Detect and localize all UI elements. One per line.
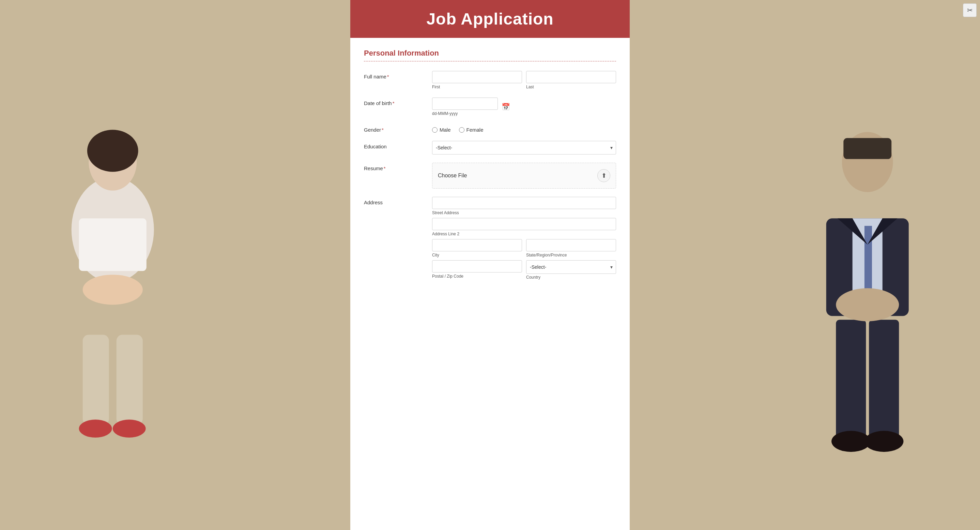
address-fields: Street Address Address Line 2 City xyxy=(432,197,616,280)
city-wrap: City xyxy=(432,239,522,257)
address-row: Address Street Address Address Line 2 xyxy=(364,197,616,280)
education-label: Education xyxy=(364,141,432,149)
last-name-wrap: Last xyxy=(526,71,616,89)
education-select[interactable]: -Select- High School Associate's Degree … xyxy=(432,141,616,155)
city-input[interactable] xyxy=(432,239,522,251)
street-address-input[interactable] xyxy=(432,197,616,209)
state-input[interactable] xyxy=(526,239,616,251)
gender-male-option[interactable]: Male xyxy=(432,127,451,132)
education-fields: -Select- High School Associate's Degree … xyxy=(432,141,616,155)
calendar-icon[interactable]: 📅 xyxy=(501,102,511,112)
postal-label: Postal / Zip Code xyxy=(432,274,522,279)
gender-row: Gender* Male Female xyxy=(364,124,616,132)
personal-info-section-title: Personal Information xyxy=(364,49,616,57)
address2-input[interactable] xyxy=(432,218,616,230)
dob-input-wrap: dd-MMM-yyyy xyxy=(432,97,498,116)
last-name-label: Last xyxy=(526,85,616,89)
education-select-wrap: -Select- High School Associate's Degree … xyxy=(432,141,616,155)
dob-fields: dd-MMM-yyyy 📅 xyxy=(432,97,616,116)
postal-wrap: Postal / Zip Code xyxy=(432,260,522,280)
dob-wrap: dd-MMM-yyyy 📅 xyxy=(432,97,616,116)
address-label: Address xyxy=(364,197,432,205)
full-name-label: Full name* xyxy=(364,71,432,80)
address-fields-container: Street Address Address Line 2 City xyxy=(432,197,616,280)
country-wrap: -Select- United States Canada United Kin… xyxy=(526,260,616,280)
first-name-wrap: First xyxy=(432,71,522,89)
resume-fields: Choose File ⬆ xyxy=(432,163,616,188)
gender-fields: Male Female xyxy=(432,124,616,132)
country-label: Country xyxy=(526,275,541,280)
upload-icon-button[interactable]: ⬆ xyxy=(597,169,610,182)
dob-row: Date of birth* dd-MMM-yyyy 📅 xyxy=(364,97,616,116)
state-wrap: State/Region/Province xyxy=(526,239,616,257)
form-body: Personal Information Full name* First xyxy=(350,38,630,299)
postal-input[interactable] xyxy=(432,260,522,273)
form-header: Job Application xyxy=(350,0,630,38)
address2-label: Address Line 2 xyxy=(432,231,616,236)
choose-file-label: Choose File xyxy=(438,172,467,179)
resume-row: Resume* Choose File ⬆ xyxy=(364,163,616,188)
full-name-row: Full name* First Last xyxy=(364,71,616,89)
dob-input[interactable] xyxy=(432,97,498,110)
first-name-label: First xyxy=(432,85,522,89)
top-right-icon[interactable]: ✂ xyxy=(963,3,977,17)
gender-female-radio[interactable] xyxy=(459,127,465,132)
dob-required-star: * xyxy=(393,100,395,106)
last-name-input[interactable] xyxy=(526,71,616,83)
resume-label: Resume* xyxy=(364,163,432,171)
dob-label: Date of birth* xyxy=(364,97,432,106)
gender-options: Male Female xyxy=(432,124,616,132)
gender-male-radio[interactable] xyxy=(432,127,438,132)
section-divider xyxy=(364,61,616,61)
dob-format-hint: dd-MMM-yyyy xyxy=(432,111,498,116)
page-wrapper: Job Application Personal Information Ful… xyxy=(0,0,980,530)
required-star: * xyxy=(387,73,389,80)
form-container: Job Application Personal Information Ful… xyxy=(350,0,630,530)
postal-country-row: Postal / Zip Code -Select- United States… xyxy=(432,260,616,280)
city-label: City xyxy=(432,253,522,257)
country-select[interactable]: -Select- United States Canada United Kin… xyxy=(526,260,616,274)
name-fields-container: First Last xyxy=(432,71,616,89)
state-label: State/Region/Province xyxy=(526,253,616,257)
gender-male-label: Male xyxy=(439,127,451,132)
file-upload-box[interactable]: Choose File ⬆ xyxy=(432,163,616,188)
gender-female-label: Female xyxy=(466,127,484,132)
page-title: Job Application xyxy=(357,10,623,28)
education-row: Education -Select- High School Associate… xyxy=(364,141,616,155)
city-state-row: City State/Region/Province xyxy=(432,239,616,257)
street-address-wrap: Street Address xyxy=(432,197,616,215)
first-name-input[interactable] xyxy=(432,71,522,83)
gender-required-star: * xyxy=(382,127,384,132)
full-name-fields: First Last xyxy=(432,71,616,89)
resume-required-star: * xyxy=(384,165,386,171)
street-address-label: Street Address xyxy=(432,211,616,215)
gender-female-option[interactable]: Female xyxy=(459,127,484,132)
gender-label: Gender* xyxy=(364,124,432,132)
address2-wrap: Address Line 2 xyxy=(432,218,616,236)
